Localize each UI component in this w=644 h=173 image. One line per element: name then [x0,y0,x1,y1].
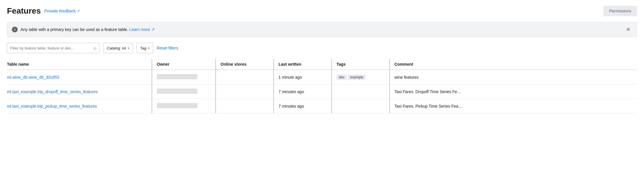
table-name-link[interactable]: ml.taxi_example.trip_dropoff_time_series… [7,89,98,94]
search-wrapper: ⌕ [7,43,100,53]
comment-cell: wine features [390,70,637,84]
tag-filter-dropdown[interactable]: Tag ▾ [137,43,153,53]
search-button[interactable]: ⌕ [94,45,97,51]
online-stores-cell [216,84,274,99]
col-header-owner: Owner [152,59,216,70]
external-link-icon: ↗ [77,9,80,13]
search-input[interactable] [10,46,92,50]
owner-cell [152,84,216,99]
col-header-comment: Comment [390,59,637,70]
table-name-link[interactable]: ml.taxi_example.trip_pickup_time_series_… [7,104,97,108]
online-stores-cell [216,99,274,113]
table-row: ml.wine_db.wine_db_d2c8531 minute agodev… [7,70,637,84]
col-header-table-name: Table name [7,59,152,70]
col-header-last-written: Last written [274,59,332,70]
tag-chevron-icon: ▾ [148,47,150,50]
header-left: Features Provide feedback ↗ [7,6,80,16]
info-banner: i Any table with a primary key can be us… [7,22,637,37]
table-row: ml.taxi_example.trip_pickup_time_series_… [7,99,637,113]
info-banner-left: i Any table with a primary key can be us… [12,27,155,32]
search-icon: ⌕ [94,45,97,50]
owner-cell [152,70,216,84]
feedback-label: Provide feedback [44,9,76,13]
page-header: Features Provide feedback ↗ Permissions [7,6,637,16]
catalog-filter-dropdown[interactable]: Catalog: ml ▾ [103,43,133,53]
last-written-cell: 1 minute ago [274,70,332,84]
col-header-tags: Tags [332,59,390,70]
table-row: ml.taxi_example.trip_dropoff_time_series… [7,84,637,99]
permissions-button[interactable]: Permissions [603,6,637,16]
page-title: Features [7,6,41,16]
owner-placeholder [157,103,197,108]
owner-placeholder [157,74,197,79]
banner-close-button[interactable]: ✕ [624,26,632,33]
tags-cell [332,84,390,99]
info-icon: i [12,27,18,32]
comment-cell: Taxi Fares. Pickup Time Series Fea… [390,99,637,113]
table-name-link[interactable]: ml.wine_db.wine_db_d2c853 [7,75,59,80]
reset-filters-button[interactable]: Reset filters [157,46,178,50]
features-table: Table name Owner Online stores Last writ… [7,59,637,113]
catalog-filter-label: Catalog: ml [107,46,126,50]
info-banner-text: Any table with a primary key can be used… [21,27,155,32]
filter-row: ⌕ Catalog: ml ▾ Tag ▾ Reset filters [7,43,637,53]
tag-filter-label: Tag [140,46,146,50]
online-stores-cell [216,70,274,84]
tag-badge[interactable]: example [348,75,365,80]
owner-cell [152,99,216,113]
tags-cell: devexample [332,70,390,84]
owner-placeholder [157,89,197,94]
table-header: Table name Owner Online stores Last writ… [7,59,637,70]
table-body: ml.wine_db.wine_db_d2c8531 minute agodev… [7,70,637,113]
tags-cell [332,99,390,113]
feedback-link[interactable]: Provide feedback ↗ [44,9,80,13]
tag-badge[interactable]: dev [336,75,347,80]
learn-more-link[interactable]: Learn more ↗ [129,27,154,32]
comment-cell: Taxi Fares. Dropoff Time Series Fe… [390,84,637,99]
last-written-cell: 7 minutes ago [274,99,332,113]
col-header-online-stores: Online stores [216,59,274,70]
last-written-cell: 7 minutes ago [274,84,332,99]
catalog-chevron-icon: ▾ [128,47,129,50]
